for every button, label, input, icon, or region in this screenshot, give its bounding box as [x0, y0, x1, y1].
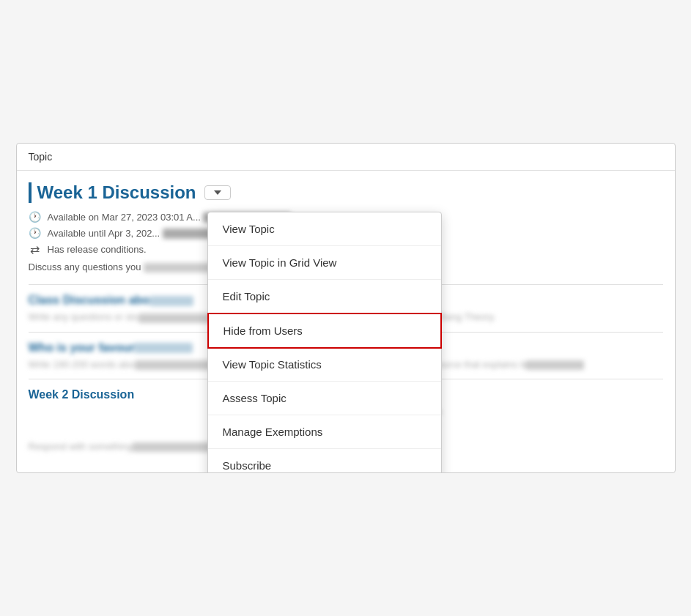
topic-header: Week 1 Discussion [29, 182, 663, 203]
conditions-icon [29, 242, 42, 256]
dropdown-menu: View Topic View Topic in Grid View Edit … [207, 212, 442, 472]
meta-release-conditions-text: Has release conditions. [48, 244, 147, 255]
dropdown-item-assess-topic[interactable]: Assess Topic [208, 382, 441, 415]
dropdown-item-hide-from-users[interactable]: Hide from Users [207, 313, 442, 349]
clock-icon-1 [29, 210, 42, 223]
dropdown-item-manage-exemptions[interactable]: Manage Exemptions [208, 415, 441, 449]
chevron-down-icon [214, 190, 221, 195]
dropdown-item-edit-topic[interactable]: Edit Topic [208, 280, 441, 313]
clock-icon-2 [29, 226, 42, 240]
page-title-bar: Topic [17, 144, 675, 171]
dropdown-item-grid-view[interactable]: View Topic in Grid View [208, 246, 441, 280]
dropdown-item-view-topic[interactable]: View Topic [208, 212, 441, 246]
main-container: Topic Week 1 Discussion Available on Mar… [16, 143, 676, 472]
dropdown-toggle-button[interactable] [204, 185, 231, 200]
topic-title: Week 1 Discussion [29, 182, 196, 203]
dropdown-item-subscribe[interactable]: Subscribe [208, 449, 441, 472]
dropdown-item-view-statistics[interactable]: View Topic Statistics [208, 348, 441, 382]
page-title: Topic [29, 151, 53, 163]
main-content: Week 1 Discussion Available on Mar 27, 2… [17, 171, 675, 472]
